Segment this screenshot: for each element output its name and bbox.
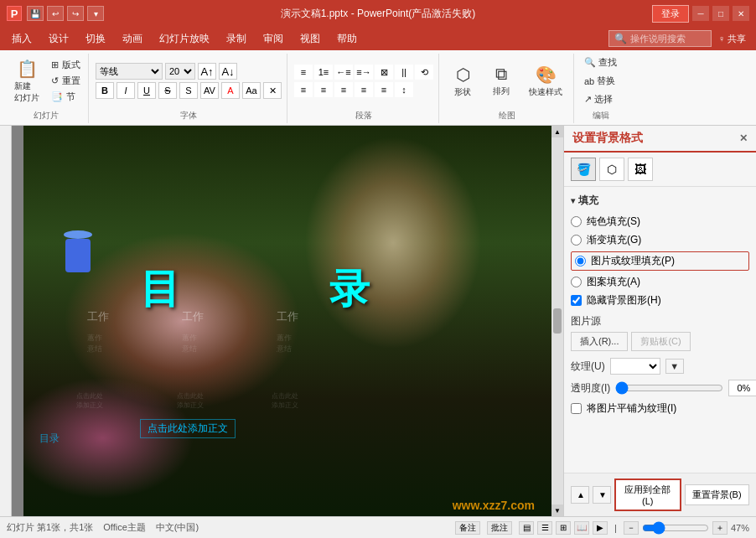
canvas-area[interactable]: 目 录 工作 工作 工作 蕙作意结 蕙作意结 蕙作意结 点击此处添加正义 点击此… [12, 126, 563, 516]
close-button[interactable]: ✕ [733, 6, 749, 21]
solid-fill-option[interactable]: 纯色填充(S) [571, 215, 749, 229]
pattern-fill-radio[interactable] [571, 277, 582, 287]
view-reading-button[interactable]: 📖 [574, 521, 589, 535]
indent-increase-button[interactable]: ≡→ [355, 65, 373, 80]
quick-style-button[interactable]: 🎨 快速样式 [523, 60, 568, 102]
transparency-value[interactable] [728, 380, 756, 396]
comments-button[interactable]: 批注 [487, 521, 512, 535]
tile-checkbox-option[interactable]: 将图片平铺为纹理(I) [571, 401, 749, 416]
font-size-select[interactable]: 20 [165, 63, 195, 80]
align-left-button[interactable]: ≡ [294, 82, 313, 97]
numbering-button[interactable]: 1≡ [314, 65, 333, 80]
arrange-button[interactable]: ⧉ 排列 [484, 60, 518, 101]
login-button[interactable]: 登录 [652, 5, 689, 23]
search-input[interactable] [630, 34, 706, 44]
scroll-up-nav[interactable]: ▲ [571, 486, 589, 504]
undo-tool[interactable]: ↩ [47, 6, 64, 21]
scroll-up-button[interactable]: ▲ [551, 126, 563, 137]
bold-button[interactable]: B [96, 82, 114, 99]
picture-fill-radio[interactable] [575, 256, 586, 266]
view-normal-button[interactable]: ▤ [519, 521, 534, 535]
new-slide-button[interactable]: 📋 新建幻灯片 [8, 54, 45, 108]
effects-tab[interactable]: ⬡ [599, 158, 624, 181]
columns-button[interactable]: || [395, 65, 413, 80]
menu-animation[interactable]: 动画 [114, 28, 151, 49]
underline-button[interactable]: U [137, 82, 156, 99]
slide-thumbnail-panel[interactable] [0, 126, 12, 516]
gradient-fill-option[interactable]: 渐变填充(G) [571, 233, 749, 247]
reset-bg-button[interactable]: 重置背景(B) [685, 484, 750, 505]
text-direction-button[interactable]: ⟲ [415, 65, 433, 80]
menu-slideshow[interactable]: 幻灯片放映 [151, 28, 218, 49]
shape-button[interactable]: ⬡ 形状 [446, 60, 479, 102]
reset-button[interactable]: ↺ 重置 [49, 74, 83, 88]
zoom-slider[interactable] [642, 521, 709, 535]
pattern-fill-option[interactable]: 图案填充(A) [571, 275, 749, 289]
vertical-scrollbar[interactable]: ▲ ▼ [551, 126, 563, 516]
menu-help[interactable]: 帮助 [329, 28, 365, 49]
font-color-button[interactable]: A [221, 82, 240, 99]
more-tools[interactable]: ▾ [87, 6, 104, 21]
menu-transition[interactable]: 切换 [77, 28, 114, 49]
indent-decrease-button[interactable]: ←≡ [334, 65, 353, 80]
hide-bg-option[interactable]: 隐藏背景图形(H) [571, 293, 749, 308]
menu-view[interactable]: 视图 [292, 28, 329, 49]
section-button[interactable]: 📑 节 [49, 90, 83, 104]
select-button[interactable]: ↗ 选择 [581, 91, 620, 107]
solid-fill-radio[interactable] [571, 216, 582, 227]
view-sorter-button[interactable]: ⊞ [556, 521, 571, 535]
picture-fill-option[interactable]: 图片或纹理填充(P) [571, 251, 749, 271]
align-right-button[interactable]: ≡ [334, 82, 353, 97]
zoom-out-button[interactable]: － [624, 521, 639, 535]
image-tab[interactable]: 🖼 [628, 158, 653, 181]
fill-section-header[interactable]: ▾ 填充 [571, 194, 749, 208]
panel-close-button[interactable]: ✕ [739, 132, 748, 144]
font-aa-button[interactable]: Aa [242, 82, 261, 99]
view-slideshow-button[interactable]: ▶ [593, 521, 608, 535]
italic-button[interactable]: I [117, 82, 135, 99]
scroll-down-nav[interactable]: ▼ [593, 486, 611, 504]
menu-insert[interactable]: 插入 [3, 28, 40, 49]
clipboard-button[interactable]: 剪贴板(C) [631, 332, 690, 351]
char-spacing-button[interactable]: AV [200, 82, 219, 99]
fill-tab[interactable]: 🪣 [571, 158, 596, 181]
zoom-in-button[interactable]: ＋ [712, 521, 728, 535]
minimize-button[interactable]: ─ [692, 6, 709, 21]
line-spacing-button[interactable]: ↕ [395, 82, 413, 97]
bullets-button[interactable]: ≡ [294, 65, 313, 80]
search-box[interactable]: 🔍 [608, 30, 712, 47]
menu-review[interactable]: 审阅 [255, 28, 292, 49]
gradient-fill-radio[interactable] [571, 235, 582, 246]
increase-font-button[interactable]: A↑ [198, 63, 216, 80]
apply-all-button[interactable]: 应用到全部(L) [614, 479, 681, 511]
align-center-button[interactable]: ≡ [314, 82, 333, 97]
notes-button[interactable]: 备注 [455, 521, 480, 535]
font-family-select[interactable]: 等线 [96, 63, 163, 80]
transparency-slider[interactable] [615, 381, 723, 395]
view-outline-button[interactable]: ☰ [537, 521, 552, 535]
strikethrough-button[interactable]: S [158, 82, 177, 99]
slide-canvas[interactable]: 目 录 工作 工作 工作 蕙作意结 蕙作意结 蕙作意结 点击此处添加正义 点击此… [23, 126, 551, 516]
insert-picture-button[interactable]: 插入(R)... [571, 332, 628, 351]
menu-record[interactable]: 录制 [218, 28, 255, 49]
texture-select[interactable] [610, 358, 660, 375]
find-button[interactable]: 🔍 查找 [581, 54, 620, 70]
replace-button[interactable]: ab 替换 [581, 73, 620, 89]
save-tool[interactable]: 💾 [27, 6, 44, 21]
justify-button[interactable]: ≡ [355, 82, 373, 97]
texture-options-button[interactable]: ▼ [665, 359, 684, 374]
slide-bottom-text[interactable]: 点击此处添加正文 [140, 419, 236, 438]
share-button[interactable]: ♀ 共享 [712, 31, 753, 47]
smartart-button[interactable]: ⊠ [375, 65, 393, 80]
redo-tool[interactable]: ↪ [67, 6, 84, 21]
shadow-button[interactable]: S [179, 82, 198, 99]
scroll-down-button[interactable]: ▼ [551, 504, 563, 516]
hide-bg-checkbox[interactable] [571, 295, 582, 306]
maximize-button[interactable]: □ [712, 6, 729, 21]
justify-low-button[interactable]: ≡ [375, 82, 393, 97]
tile-checkbox[interactable] [571, 403, 582, 414]
layout-button[interactable]: ⊞ 版式 [49, 58, 83, 72]
clear-format-button[interactable]: ✕ [263, 82, 282, 99]
scroll-thumb[interactable] [553, 308, 562, 334]
decrease-font-button[interactable]: A↓ [219, 63, 237, 80]
